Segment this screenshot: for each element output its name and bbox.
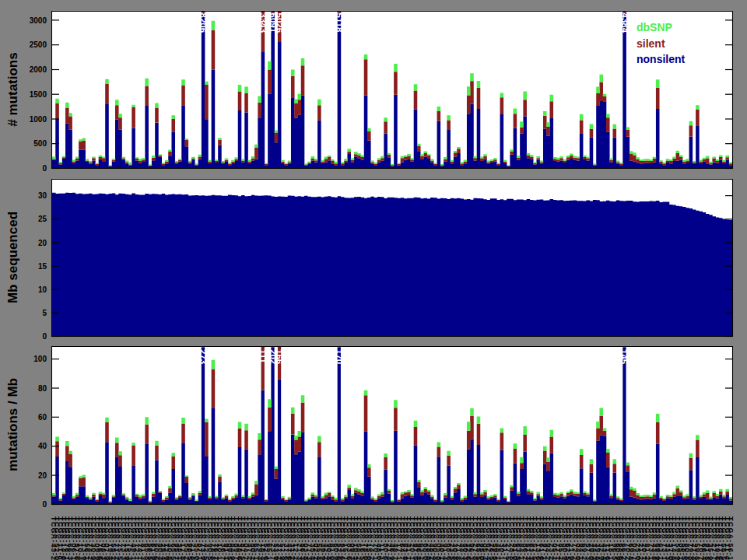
svg-text:0: 0 <box>42 164 47 173</box>
svg-text:1500: 1500 <box>30 90 47 99</box>
svg-text:60: 60 <box>38 413 47 422</box>
svg-text:nonsilent: nonsilent <box>637 53 686 65</box>
svg-text:273: 273 <box>198 349 208 364</box>
svg-text:0: 0 <box>42 500 47 509</box>
svg-text:0: 0 <box>42 332 47 341</box>
svg-text:TCGA-56-1298: TCGA-56-1298 <box>727 516 735 560</box>
svg-text:4384: 4384 <box>620 13 630 33</box>
svg-text:20: 20 <box>38 471 47 480</box>
svg-text:# mutations: # mutations <box>5 52 20 126</box>
svg-text:80: 80 <box>38 384 47 393</box>
svg-text:2500: 2500 <box>30 40 47 49</box>
svg-text:5: 5 <box>42 309 47 317</box>
svg-text:20: 20 <box>38 239 47 247</box>
svg-text:111: 111 <box>258 349 268 364</box>
svg-text:15: 15 <box>38 262 47 271</box>
svg-text:30: 30 <box>38 191 47 200</box>
svg-text:dbSNP: dbSNP <box>637 21 672 33</box>
svg-text:mutations / Mb: mutations / Mb <box>5 378 20 471</box>
svg-text:8206: 8206 <box>198 13 208 33</box>
svg-text:100: 100 <box>33 355 47 363</box>
svg-text:166: 166 <box>275 349 284 364</box>
svg-text:40: 40 <box>38 442 47 450</box>
svg-text:Mb sequenced: Mb sequenced <box>5 212 20 303</box>
svg-text:500: 500 <box>33 139 47 148</box>
svg-text:2000: 2000 <box>30 65 47 74</box>
svg-text:25: 25 <box>38 215 47 223</box>
svg-text:170: 170 <box>335 349 344 364</box>
svg-text:145: 145 <box>619 349 629 365</box>
svg-text:3343: 3343 <box>258 13 268 33</box>
svg-text:1000: 1000 <box>30 115 47 124</box>
svg-text:3000: 3000 <box>30 16 47 25</box>
svg-text:silent: silent <box>637 37 665 50</box>
svg-text:5026: 5026 <box>275 13 284 33</box>
svg-text:10: 10 <box>38 285 47 294</box>
svg-text:5118: 5118 <box>335 13 344 33</box>
